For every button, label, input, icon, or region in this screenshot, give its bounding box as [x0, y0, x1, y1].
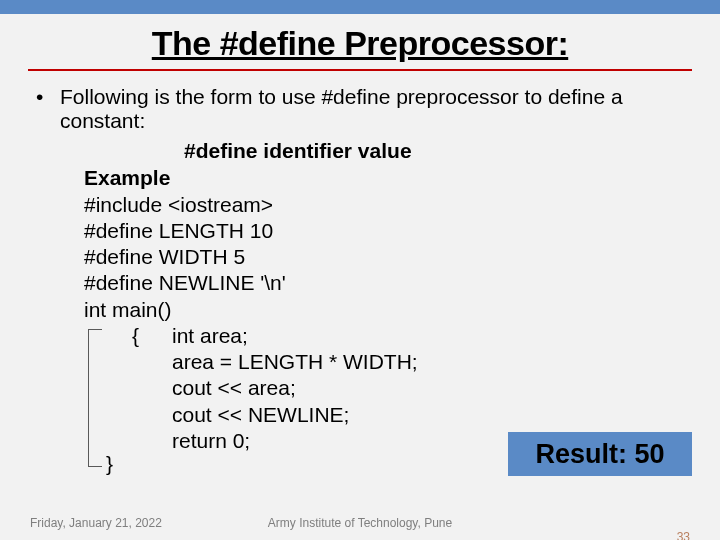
code-line: #define LENGTH 10 — [84, 218, 684, 244]
code-line: cout << NEWLINE; — [172, 402, 684, 428]
bullet-item: • Following is the form to use #define p… — [36, 85, 684, 133]
top-accent-bar — [0, 0, 720, 14]
code-line: int area; — [172, 323, 684, 349]
code-line: int main() — [84, 297, 684, 323]
bracket-icon — [88, 329, 102, 467]
code-line: #define WIDTH 5 — [84, 244, 684, 270]
slide-title: The #define Preprocessor: — [0, 24, 720, 63]
code-line: cout << area; — [172, 375, 684, 401]
syntax-line: #define identifier value — [184, 139, 684, 163]
page-number: 33 — [677, 530, 690, 540]
title-underline-rule — [28, 69, 692, 71]
close-brace: } — [106, 451, 113, 477]
bullet-text: Following is the form to use #define pre… — [60, 85, 684, 133]
content-area: • Following is the form to use #define p… — [36, 85, 684, 454]
code-line: area = LENGTH * WIDTH; — [172, 349, 684, 375]
footer: Friday, January 21, 2022 Army Institute … — [0, 516, 720, 530]
open-brace: { — [132, 323, 139, 349]
example-label: Example — [84, 165, 684, 191]
code-line: #define NEWLINE '\n' — [84, 270, 684, 296]
result-box: Result: 50 — [508, 432, 692, 476]
footer-date: Friday, January 21, 2022 — [30, 516, 162, 530]
code-line: #include <iostream> — [84, 192, 684, 218]
example-block: Example #include <iostream> #define LENG… — [84, 165, 684, 454]
bullet-marker: • — [36, 85, 60, 133]
brace-column: { } — [84, 323, 172, 454]
